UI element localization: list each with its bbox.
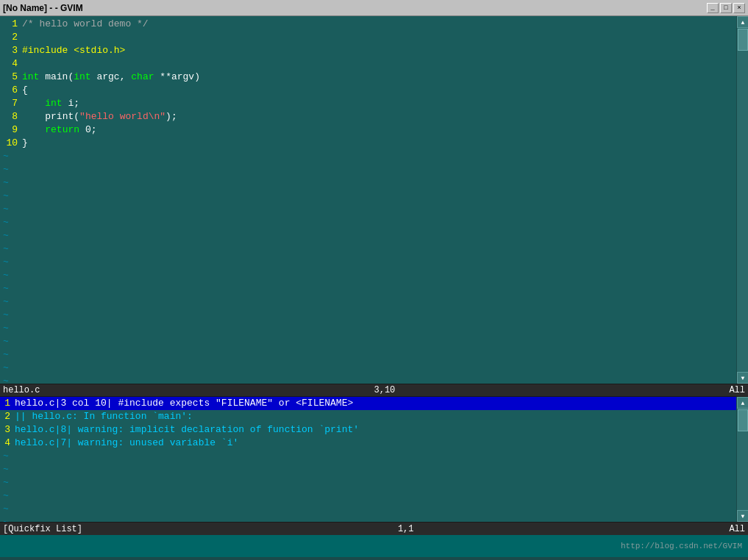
qf-scroll-up[interactable]: ▲ [737,397,748,409]
tilde-line: ~ [0,243,748,256]
qf-line-content: || hello.c: In function `main': [15,410,193,423]
line-content: print("hello world\n"); [22,110,177,123]
line-content: /* hello world demo */ [22,18,149,31]
quickfix-status-label: [Quickfix List] [3,524,82,534]
tilde-line: ~ [0,309,748,322]
quickfix-line: 4hello.c|7| warning: unused variable `i' [0,437,748,450]
line-content: return 0; [22,123,97,137]
code-line: 9 return 0; [0,123,748,137]
tilde-line: ~ [0,256,748,269]
qf-line-content: hello.c|8| warning: implicit declaration… [15,423,359,437]
window-controls: _ □ × [707,3,745,13]
tilde-line: ~ [0,269,748,282]
quickfix-line: 2|| hello.c: In function `main': [0,410,748,423]
title-bar: [No Name] - - GVIM _ □ × [0,0,748,16]
window-title: [No Name] - - GVIM [3,3,83,13]
qf-scroll-down[interactable]: ▼ [737,510,748,522]
tilde-line: ~ [0,190,748,203]
bottom-area: http://blog.csdn.net/GVIM [0,535,748,557]
qf-tilde-line: ~ [0,476,748,489]
tilde-line: ~ [0,229,748,243]
line-content: } [22,137,28,150]
line-content: { [22,84,28,97]
quickfix-line[interactable]: 1hello.c|3 col 10| #include expects "FIL… [0,397,748,410]
code-line: 4 [0,57,748,71]
qf-line-number: 2 [0,410,15,423]
minimize-button[interactable]: _ [707,3,719,13]
close-button[interactable]: × [733,3,745,13]
line-number: 4 [0,57,22,71]
editor-area[interactable]: 1/* hello world demo */23#include <stdio… [0,16,748,384]
scroll-thumb[interactable] [738,29,748,51]
tilde-line: ~ [0,348,748,362]
tilde-line: ~ [0,163,748,176]
line-number: 3 [0,44,22,57]
watermark-text: http://blog.csdn.net/GVIM [621,542,742,550]
line-number: 9 [0,123,22,137]
editor-scrollbar[interactable]: ▲ ▼ [736,16,748,384]
code-line: 7 int i; [0,97,748,110]
qf-tilde-line: ~ [0,489,748,503]
qf-line-content: hello.c|3 col 10| #include expects "FILE… [15,397,353,410]
quickfix-content: 1hello.c|3 col 10| #include expects "FIL… [0,397,748,522]
tilde-line: ~ [0,335,748,348]
maximize-button[interactable]: □ [720,3,732,13]
qf-status-position: 1,1 [398,524,414,534]
qf-tilde-line: ~ [0,516,748,522]
qf-scroll-thumb[interactable] [738,409,748,431]
tilde-line: ~ [0,375,748,384]
qf-line-number: 4 [0,437,15,450]
line-content: int i; [22,97,79,110]
tilde-line: ~ [0,203,748,216]
qf-tilde-line: ~ [0,463,748,476]
quickfix-line: 3hello.c|8| warning: implicit declaratio… [0,423,748,437]
qf-line-number: 3 [0,423,15,437]
qf-line-number: 1 [0,397,15,410]
scroll-down-arrow[interactable]: ▼ [737,372,748,384]
editor-status-bar: hello.c 3,10 All [0,384,748,397]
quickfix-status-bar: [Quickfix List] 1,1 All [0,522,748,535]
line-number: 10 [0,137,22,150]
tilde-line: ~ [0,295,748,309]
line-number: 6 [0,84,22,97]
tilde-line: ~ [0,322,748,335]
quickfix-area[interactable]: 1hello.c|3 col 10| #include expects "FIL… [0,397,748,522]
status-filename: hello.c [3,385,40,395]
quickfix-scrollbar[interactable]: ▲ ▼ [736,397,748,522]
qf-tilde-line: ~ [0,503,748,516]
tilde-line: ~ [0,362,748,375]
code-line: 2 [0,31,748,44]
line-number: 7 [0,97,22,110]
line-number: 8 [0,110,22,123]
qf-status-all: All [729,524,745,534]
code-line: 3#include <stdio.h> [0,44,748,57]
status-position: 3,10 [374,385,396,395]
code-line: 6{ [0,84,748,97]
scroll-up-arrow[interactable]: ▲ [737,16,748,28]
tilde-line: ~ [0,150,748,163]
status-all: All [729,385,745,395]
line-number: 2 [0,31,22,44]
code-line: 5int main(int argc, char **argv) [0,71,748,84]
line-number: 5 [0,71,22,84]
tilde-line: ~ [0,176,748,190]
code-line: 10} [0,137,748,150]
code-line: 1/* hello world demo */ [0,18,748,31]
line-number: 1 [0,18,22,31]
line-content: int main(int argc, char **argv) [22,71,200,84]
qf-tilde-line: ~ [0,450,748,463]
code-line: 8 print("hello world\n"); [0,110,748,123]
line-content: #include <stdio.h> [22,44,125,57]
tilde-line: ~ [0,216,748,229]
qf-line-content: hello.c|7| warning: unused variable `i' [15,437,238,450]
code-content: 1/* hello world demo */23#include <stdio… [0,16,748,384]
tilde-line: ~ [0,282,748,295]
